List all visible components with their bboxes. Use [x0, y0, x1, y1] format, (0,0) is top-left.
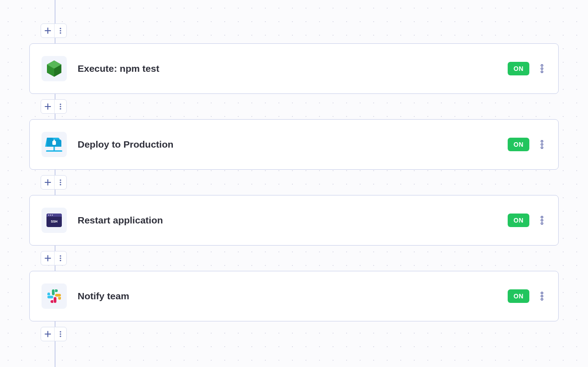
add-step-menu-button[interactable]: [55, 24, 66, 37]
step-toggle[interactable]: ON: [508, 214, 529, 227]
step-title: Execute: npm test: [78, 63, 508, 74]
svg-point-0: [60, 28, 61, 29]
svg-point-25: [48, 214, 49, 215]
svg-rect-45: [52, 300, 53, 303]
svg-point-11: [60, 108, 61, 109]
step-icon: [42, 132, 67, 157]
add-step-button[interactable]: [41, 251, 55, 265]
step-title: Restart application: [78, 215, 508, 226]
svg-rect-36: [55, 294, 61, 297]
kebab-icon: [60, 179, 61, 186]
add-step-menu-button[interactable]: [55, 327, 66, 341]
pipeline-step[interactable]: Execute: npm test ON: [29, 43, 559, 94]
svg-point-47: [541, 292, 543, 294]
svg-point-1: [60, 30, 61, 31]
svg-point-30: [541, 219, 543, 221]
step-icon: [42, 56, 67, 81]
svg-point-17: [541, 144, 543, 145]
svg-point-34: [60, 260, 61, 261]
plus-icon: [45, 331, 51, 337]
svg-point-7: [541, 68, 543, 70]
svg-rect-35: [52, 289, 55, 295]
svg-point-51: [60, 333, 61, 334]
svg-point-31: [541, 223, 543, 224]
svg-point-18: [541, 147, 543, 149]
add-step-menu-button[interactable]: [55, 251, 66, 265]
add-step-button[interactable]: [41, 24, 55, 37]
svg-point-50: [60, 331, 61, 332]
svg-rect-38: [47, 296, 53, 298]
kebab-icon: [540, 140, 544, 149]
step-icon: [42, 283, 67, 309]
add-step-button[interactable]: [41, 327, 55, 341]
svg-rect-15: [54, 147, 55, 151]
svg-rect-13: [54, 139, 55, 142]
step-title: Deploy to Production: [78, 139, 508, 150]
add-step-control: [41, 251, 67, 265]
add-step-button[interactable]: [41, 100, 55, 113]
svg-point-52: [60, 335, 61, 337]
add-step-control: [41, 175, 67, 190]
add-step-control: [41, 23, 67, 38]
step-menu-button[interactable]: [537, 140, 546, 149]
add-step-menu-button[interactable]: [55, 100, 66, 113]
pipeline-canvas: Execute: npm test ON Deploy to Productio…: [0, 0, 588, 367]
deploy-icon: [45, 136, 63, 153]
kebab-icon: [540, 292, 544, 301]
svg-point-19: [60, 179, 61, 181]
step-toggle[interactable]: ON: [508, 62, 529, 75]
svg-point-27: [52, 214, 53, 215]
pipeline-step[interactable]: Notify team ON: [29, 271, 559, 321]
kebab-icon: [60, 331, 61, 337]
node-icon: [46, 60, 62, 78]
svg-point-2: [60, 32, 61, 33]
ssh-icon: SSH: [46, 213, 63, 228]
svg-point-16: [541, 140, 543, 142]
svg-point-29: [541, 216, 543, 218]
pipeline-step[interactable]: SSH Restart application ON: [29, 195, 559, 246]
kebab-icon: [540, 216, 544, 225]
add-step-control: [41, 99, 67, 114]
step-toggle[interactable]: ON: [508, 289, 529, 303]
kebab-icon: [540, 64, 544, 73]
plus-icon: [45, 28, 51, 34]
plus-icon: [45, 179, 51, 186]
kebab-icon: [60, 255, 61, 261]
step-toggle[interactable]: ON: [508, 138, 529, 151]
svg-point-21: [60, 184, 61, 185]
svg-point-32: [60, 255, 61, 256]
svg-rect-43: [55, 289, 56, 292]
step-menu-button[interactable]: [537, 64, 546, 73]
svg-rect-44: [58, 297, 61, 298]
add-step-menu-button[interactable]: [55, 176, 66, 189]
kebab-icon: [60, 28, 61, 34]
svg-point-49: [541, 298, 543, 300]
svg-text:SSH: SSH: [51, 220, 57, 223]
step-menu-button[interactable]: [537, 292, 546, 301]
svg-point-48: [541, 295, 543, 297]
svg-point-20: [60, 181, 61, 183]
svg-point-33: [60, 257, 61, 259]
svg-rect-37: [54, 297, 56, 303]
plus-icon: [45, 103, 51, 110]
add-step-button[interactable]: [41, 176, 55, 189]
slack-icon: [46, 288, 62, 304]
svg-point-6: [541, 65, 543, 66]
step-icon: SSH: [42, 208, 67, 233]
svg-rect-46: [47, 294, 50, 295]
step-title: Notify team: [78, 291, 508, 302]
svg-point-9: [60, 103, 61, 105]
pipeline-step[interactable]: Deploy to Production ON: [29, 119, 559, 170]
svg-point-10: [60, 106, 61, 107]
svg-point-26: [50, 214, 51, 215]
kebab-icon: [60, 103, 61, 110]
add-step-control: [41, 327, 67, 341]
step-menu-button[interactable]: [537, 216, 546, 225]
plus-icon: [45, 255, 51, 261]
svg-point-8: [541, 71, 543, 73]
